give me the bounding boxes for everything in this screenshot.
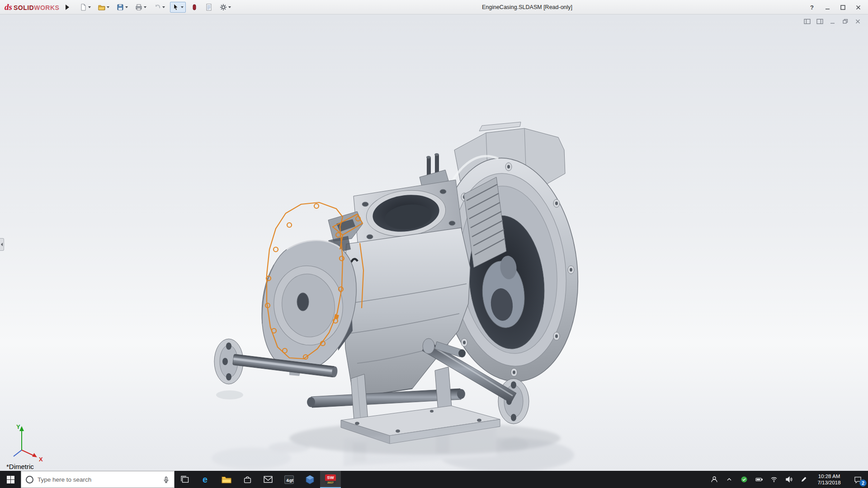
- triad-x-label: X: [39, 456, 43, 463]
- open-folder-icon: [98, 4, 105, 11]
- volume-icon: [785, 476, 793, 483]
- windows-taskbar: e &gt;_ SW 2017: [0, 471, 868, 488]
- solidworks-logo: ds SOLID WORKS: [0, 2, 62, 12]
- maximize-button[interactable]: [836, 2, 849, 13]
- gear-icon: [220, 4, 227, 11]
- chevron-up-icon: [726, 476, 733, 483]
- dropdown-caret-icon[interactable]: [88, 6, 91, 8]
- new-document-icon: [80, 4, 87, 11]
- taskbar-app-edge[interactable]: e: [195, 471, 216, 488]
- save-button[interactable]: [114, 2, 130, 13]
- rebuild-stoplight-icon: [191, 4, 198, 11]
- rebuild-button[interactable]: [189, 2, 200, 13]
- brand-solid-text: SOLID: [14, 4, 34, 11]
- mail-envelope-icon: [264, 476, 273, 483]
- clock-time: 10:28 AM: [818, 473, 840, 479]
- taskbar-clock[interactable]: 10:28 AM 7/13/2018: [811, 471, 847, 488]
- svg-text:&gt;_: &gt;_: [286, 477, 294, 482]
- action-center-button[interactable]: 2: [847, 471, 868, 488]
- start-button[interactable]: [0, 471, 21, 488]
- solidworks-app-icon: SW 2017: [325, 474, 336, 484]
- taskbar-app-terminal[interactable]: &gt;_: [278, 471, 299, 488]
- file-properties-button[interactable]: [203, 2, 215, 13]
- graphics-area[interactable]: Y X *Dimetric: [0, 14, 868, 471]
- titlebar: ds SOLID WORKS: [0, 0, 868, 14]
- ds-logo-icon: ds: [5, 2, 12, 12]
- people-button[interactable]: [707, 471, 722, 488]
- battery-icon: [755, 476, 763, 483]
- svg-text:e: e: [203, 474, 208, 484]
- dropdown-caret-icon[interactable]: [181, 6, 184, 8]
- cad-cube-icon: [305, 475, 315, 484]
- terminal-icon: &gt;_: [284, 475, 294, 484]
- taskbar-app-file-explorer[interactable]: [216, 471, 237, 488]
- pen-icon: [800, 476, 807, 483]
- orientation-triad[interactable]: Y X: [4, 423, 47, 465]
- taskbar-app-solidworks[interactable]: SW 2017: [320, 471, 341, 488]
- print-icon: [135, 4, 142, 11]
- document-title: EngineCasing.SLDASM [Read-only]: [482, 0, 572, 14]
- undo-icon: [154, 4, 161, 11]
- collapse-arrow-icon: [1, 243, 3, 246]
- search-input[interactable]: [38, 476, 159, 483]
- select-cursor-icon: [172, 4, 179, 11]
- reflection-detail: [216, 390, 243, 399]
- new-document-button[interactable]: [77, 2, 93, 13]
- print-button[interactable]: [133, 2, 149, 13]
- dropdown-caret-icon[interactable]: [144, 6, 146, 8]
- volume-button[interactable]: [781, 471, 796, 488]
- document-window-controls: [803, 18, 862, 25]
- pane-left-icon[interactable]: [803, 18, 811, 25]
- edge-icon: e: [200, 474, 211, 485]
- engine-casing-model[interactable]: [0, 14, 868, 471]
- taskbar-app-mail[interactable]: [258, 471, 278, 488]
- crankcase-block-part[interactable]: [344, 228, 470, 395]
- task-view-icon: [181, 476, 189, 483]
- clock-date: 7/13/2018: [817, 479, 840, 486]
- brand-works-text: WORKS: [34, 4, 59, 11]
- open-button[interactable]: [96, 2, 112, 13]
- defender-shield-icon: [741, 476, 748, 483]
- options-button[interactable]: [217, 2, 233, 13]
- view-orientation-label: *Dimetric: [6, 463, 34, 470]
- quick-access-toolbar: [77, 2, 233, 13]
- doc-minimize-button[interactable]: [828, 18, 836, 25]
- doc-close-button[interactable]: [854, 18, 862, 25]
- system-tray: 10:28 AM 7/13/2018 2: [707, 471, 868, 488]
- dropdown-caret-icon[interactable]: [125, 6, 128, 8]
- undo-button[interactable]: [151, 2, 167, 13]
- window-controls: ?: [806, 0, 864, 14]
- battery-button[interactable]: [751, 471, 766, 488]
- menu-expander-arrow-icon[interactable]: [66, 5, 69, 10]
- taskbar-app-store[interactable]: [237, 471, 258, 488]
- close-button[interactable]: [852, 2, 864, 13]
- task-view-button[interactable]: [175, 471, 195, 488]
- select-button[interactable]: [170, 2, 186, 13]
- feature-panel-collapse-tab[interactable]: [0, 238, 4, 251]
- taskbar-app-edrawings[interactable]: [299, 471, 320, 488]
- save-floppy-icon: [117, 4, 124, 11]
- screen: ds SOLID WORKS: [0, 0, 868, 488]
- show-hidden-icons-button[interactable]: [722, 471, 736, 488]
- network-button[interactable]: [766, 471, 781, 488]
- dropdown-caret-icon[interactable]: [228, 6, 231, 8]
- dropdown-caret-icon[interactable]: [162, 6, 165, 8]
- folder-icon: [222, 475, 231, 484]
- minimize-button[interactable]: [821, 2, 834, 13]
- windows-logo-icon: [7, 476, 14, 483]
- pen-button[interactable]: [796, 471, 811, 488]
- doc-restore-button[interactable]: [841, 18, 849, 25]
- wifi-icon: [770, 476, 778, 483]
- help-button[interactable]: ?: [806, 2, 818, 13]
- notification-badge: 2: [859, 479, 867, 487]
- defender-button[interactable]: [736, 471, 751, 488]
- triad-y-label: Y: [16, 423, 20, 430]
- pane-right-icon[interactable]: [816, 18, 824, 25]
- taskbar-search[interactable]: [21, 471, 175, 488]
- cortana-icon: [26, 476, 33, 483]
- people-icon: [711, 476, 718, 483]
- microphone-icon[interactable]: [163, 476, 170, 483]
- dropdown-caret-icon[interactable]: [107, 6, 109, 8]
- store-bag-icon: [243, 475, 252, 484]
- file-properties-icon: [205, 4, 212, 11]
